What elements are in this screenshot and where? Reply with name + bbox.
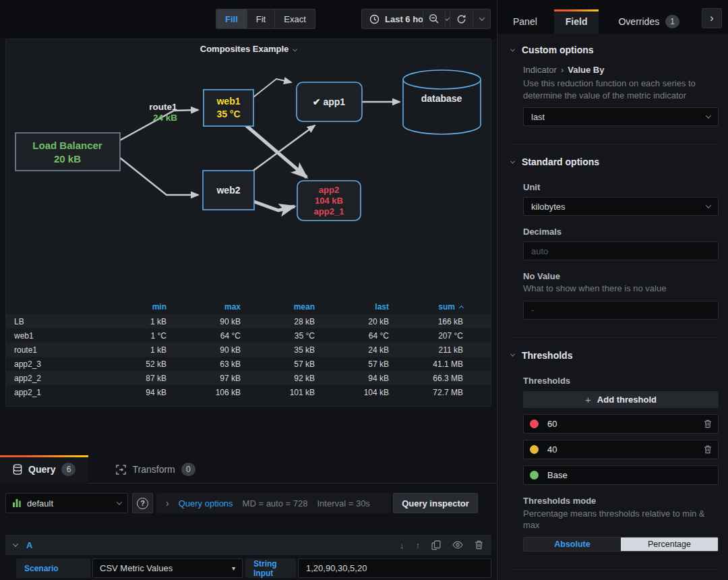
header-last[interactable]: last [315, 302, 389, 312]
header-mean[interactable]: mean [241, 302, 315, 312]
table-row[interactable]: app2_1 94 kB 106 kB 101 kB 104 kB 72.7 M… [6, 385, 491, 399]
threshold-color-dot[interactable] [530, 419, 539, 428]
duplicate-query-button[interactable] [431, 540, 441, 550]
overrides-count-badge: 1 [665, 15, 679, 28]
unit-select[interactable]: kilobytes [523, 197, 719, 216]
threshold-base-label: Base [547, 470, 568, 480]
query-a-header[interactable]: A ↓ ↑ [5, 535, 491, 555]
query-options-bar[interactable]: › Query options MD = auto = 728 Interval… [156, 493, 391, 513]
header-max[interactable]: max [166, 302, 241, 312]
table-row[interactable]: LB 1 kB 90 kB 28 kB 20 kB 166 kB [6, 314, 491, 328]
mode-exact-button[interactable]: Exact [275, 9, 315, 28]
node-app1[interactable]: ✔ app1 [297, 82, 362, 121]
header-sum-label: sum [438, 302, 455, 312]
tab-field[interactable]: Field [554, 9, 599, 34]
edge-web1-app1 [253, 79, 291, 97]
string-input-label: String Input [245, 558, 296, 578]
chevron-down-icon [479, 15, 484, 20]
mode-percentage-button[interactable]: Percentage [621, 538, 718, 551]
chevron-down-icon [706, 202, 711, 208]
move-query-down-button[interactable]: ↓ [400, 540, 404, 550]
delete-threshold-button[interactable] [704, 445, 712, 454]
sort-asc-icon [459, 306, 464, 310]
node-web2[interactable]: web2 [203, 171, 254, 210]
refresh-button[interactable] [450, 9, 473, 28]
table-row[interactable]: web1 1 °C 64 °C 35 °C 64 °C 207 °C [6, 328, 491, 343]
node-app2[interactable]: app2 104 kB app2_1 [297, 181, 361, 221]
query-editor-a: A ↓ ↑ Scenario CSV Metric Values ▾ Strin… [5, 535, 491, 580]
section-title: Custom options [522, 45, 594, 55]
collapse-query-icon[interactable] [13, 541, 18, 546]
cell-last: 104 kB [315, 388, 389, 397]
cell-sum: 211 kB [389, 345, 463, 355]
header-sum[interactable]: sum [389, 302, 463, 312]
threshold-color-dot[interactable] [530, 471, 539, 480]
app2-label: app2 [319, 185, 339, 195]
section-title: Standard options [522, 156, 599, 167]
mode-fill-button[interactable]: Fill [216, 9, 247, 28]
delete-threshold-button[interactable] [704, 419, 712, 428]
table-row[interactable]: app2_3 52 kB 63 kB 57 kB 57 kB 41.1 MB [6, 357, 491, 371]
custom-options-section: Custom options Indicator›Value By Use th… [511, 45, 719, 144]
node-load-balancer[interactable]: Load Balancer 20 kB [16, 133, 120, 171]
top-toolbar: Fill Fit Exact Last 6 hours [0, 0, 497, 38]
breadcrumb-parent: Indicator [523, 65, 557, 75]
cell-sum: 72.7 MB [389, 388, 463, 397]
value-by-select[interactable]: last [523, 107, 719, 126]
no-value-input[interactable] [523, 301, 719, 320]
svg-text:✔ app1: ✔ app1 [313, 96, 346, 107]
datasource-picker[interactable]: default [5, 493, 128, 513]
decimals-input[interactable] [523, 241, 719, 260]
thresholds-header[interactable]: Thresholds [511, 350, 719, 361]
row-name: LB [6, 317, 92, 326]
mode-fit-button[interactable]: Fit [247, 9, 275, 28]
load-balancer-value: 20 kB [54, 153, 81, 165]
string-input-field[interactable] [298, 558, 491, 578]
value-mappings-section: Value mappings Value mappings Modify the… [511, 570, 719, 580]
chevron-down-icon [510, 158, 515, 163]
tab-panel-label: Panel [513, 16, 537, 27]
query-inspector-button[interactable]: Query inspector [393, 493, 478, 513]
delete-query-button[interactable] [475, 540, 483, 550]
zoom-out-button[interactable] [423, 9, 446, 29]
chevron-down-icon [117, 499, 122, 504]
cell-last: 24 kB [315, 345, 389, 355]
node-database[interactable]: database [403, 70, 481, 134]
header-min[interactable]: min [92, 302, 166, 312]
cell-mean: 28 kB [241, 317, 315, 326]
tab-panel[interactable]: Panel [502, 9, 549, 34]
add-threshold-button[interactable]: + Add threshold [523, 391, 719, 408]
cell-last: 20 kB [315, 317, 389, 326]
table-row[interactable]: route1 1 kB 90 kB 35 kB 24 kB 211 kB [6, 343, 491, 357]
add-threshold-label: Add threshold [597, 395, 657, 405]
tab-query-label: Query [28, 464, 55, 475]
threshold-value[interactable]: 60 [547, 419, 557, 429]
scenario-row: Scenario CSV Metric Values ▾ String Inpu… [5, 558, 491, 578]
cell-min: 1 °C [92, 331, 166, 341]
datasource-help-button[interactable]: ? [132, 493, 153, 513]
zoom-out-icon [429, 13, 439, 24]
tab-transform[interactable]: Transform 0 [103, 455, 208, 484]
tab-query[interactable]: Query 6 [0, 455, 88, 484]
custom-options-header[interactable]: Custom options [511, 45, 719, 55]
stats-table: min max mean last sum LB 1 kB 90 kB 28 k… [6, 299, 491, 399]
tab-overrides[interactable]: Overrides 1 [607, 9, 691, 34]
collapse-sidebar-button[interactable]: › [702, 8, 722, 28]
app2-value: 104 kB [315, 196, 343, 206]
threshold-value[interactable]: 40 [547, 444, 557, 455]
datasource-row: default ? › Query options MD = auto = 72… [5, 493, 491, 513]
table-row[interactable]: app2_2 87 kB 97 kB 92 kB 94 kB 66.3 MB [6, 371, 491, 385]
mode-absolute-button[interactable]: Absolute [524, 538, 621, 551]
thresholds-mode-description: Percentage means thresholds relative to … [523, 508, 719, 531]
tab-overrides-label: Overrides [618, 16, 659, 27]
move-query-up-button[interactable]: ↑ [416, 540, 421, 550]
tab-field-label: Field [566, 16, 588, 27]
refresh-interval-dropdown[interactable] [473, 9, 490, 28]
node-web1[interactable]: web1 35 °C [204, 90, 253, 126]
toggle-query-visibility-button[interactable] [452, 541, 463, 549]
row-name: app2_3 [6, 359, 92, 369]
threshold-color-dot[interactable] [530, 445, 539, 454]
standard-options-header[interactable]: Standard options [511, 156, 719, 167]
scenario-select[interactable]: CSV Metric Values ▾ [92, 558, 243, 578]
main-column: Fill Fit Exact Last 6 hours [0, 0, 497, 580]
